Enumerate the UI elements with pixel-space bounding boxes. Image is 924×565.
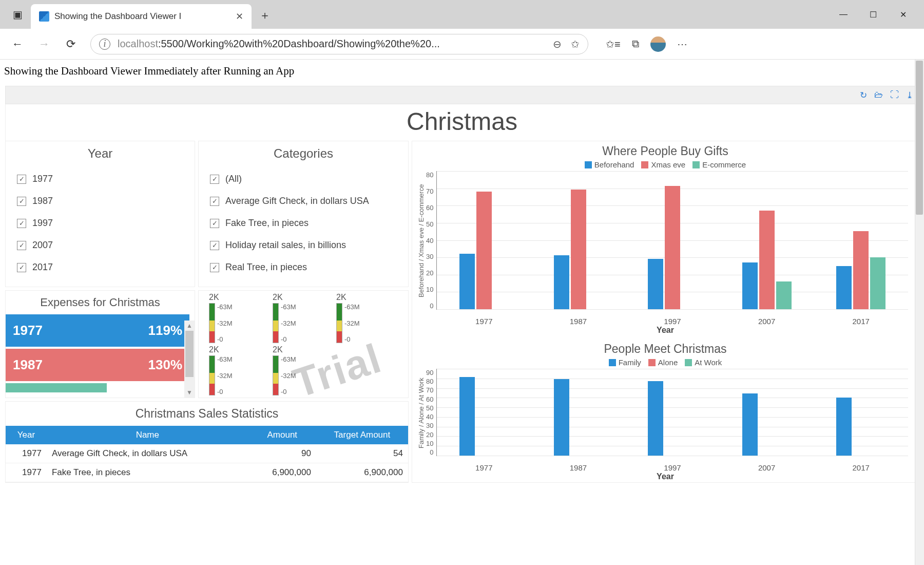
bar-Xmas eve-1997[interactable] xyxy=(665,186,680,309)
browser-tab[interactable]: Showing the Dashboard Viewer I ✕ xyxy=(31,4,252,29)
panel-toggle-icon[interactable]: ▣ xyxy=(6,3,29,26)
scroll-down-icon[interactable]: ▼ xyxy=(184,387,195,398)
legend-E-commerce[interactable]: E-commerce xyxy=(692,160,746,169)
checkbox-icon[interactable]: ✓ xyxy=(210,175,219,184)
bar-Family-1987[interactable] xyxy=(554,379,569,456)
legend-Xmas eve[interactable]: Xmas eve xyxy=(641,160,685,169)
maximize-button[interactable]: ☐ xyxy=(858,4,888,25)
back-button[interactable]: ← xyxy=(10,37,25,51)
checkbox-icon[interactable]: ✓ xyxy=(17,219,26,228)
cell-amount: 90 xyxy=(248,444,316,463)
bar-Xmas eve-1977[interactable] xyxy=(476,192,492,310)
address-bar[interactable]: i localhost:5500/Working%20with%20Dashbo… xyxy=(90,34,588,54)
bar-Xmas eve-1987[interactable] xyxy=(571,190,586,309)
checkbox-icon[interactable]: ✓ xyxy=(17,175,26,184)
tab-title: Showing the Dashboard Viewer I xyxy=(54,11,230,22)
bar-E-commerce-2007[interactable] xyxy=(776,281,792,309)
year-label: 1987 xyxy=(32,196,53,206)
minimize-button[interactable]: — xyxy=(829,4,858,25)
bar-Xmas eve-2007[interactable] xyxy=(759,211,775,309)
window-close-button[interactable]: ✕ xyxy=(888,4,918,25)
stats-header[interactable]: Target Amount xyxy=(316,426,408,444)
page-content: Showing the Dashboard Viewer Immediately… xyxy=(0,60,924,565)
refresh-button[interactable]: ⟳ xyxy=(64,37,78,51)
x-axis-title: Year xyxy=(412,472,918,481)
category-check-4[interactable]: ✓ Real Tree, in pieces xyxy=(210,256,401,278)
gauge-bar-icon xyxy=(209,355,215,396)
legend-Beforehand[interactable]: Beforehand xyxy=(585,160,634,169)
year-check-2017[interactable]: ✓ 2017 xyxy=(17,256,187,278)
x-tick: 2007 xyxy=(758,463,775,472)
bar-E-commerce-2017[interactable] xyxy=(870,257,886,309)
checkbox-icon[interactable]: ✓ xyxy=(17,263,26,272)
expense-row-partial[interactable] xyxy=(6,383,107,392)
year-check-1977[interactable]: ✓ 1977 xyxy=(17,168,187,190)
year-check-1987[interactable]: ✓ 1987 xyxy=(17,190,187,212)
x-tick: 1997 xyxy=(664,317,681,326)
table-row[interactable]: 1977 Average Gift Check, in dollars USA … xyxy=(6,444,408,463)
bar-Beforehand-2017[interactable] xyxy=(836,266,852,309)
x-tick: 2017 xyxy=(852,463,869,472)
gauge-ticks: -63M-32M-0 xyxy=(281,303,296,343)
category-check-2[interactable]: ✓ Fake Tree, in pieces xyxy=(210,212,401,234)
legend-swatch-icon xyxy=(609,359,616,366)
bar-Beforehand-1977[interactable] xyxy=(459,254,475,309)
legend-Alone[interactable]: Alone xyxy=(648,358,678,367)
checkbox-icon[interactable]: ✓ xyxy=(210,263,219,272)
year-check-1997[interactable]: ✓ 1997 xyxy=(17,212,187,234)
checkbox-icon[interactable]: ✓ xyxy=(210,197,219,206)
fullscreen-icon[interactable]: ⛶ xyxy=(890,90,899,100)
new-tab-button[interactable]: ＋ xyxy=(254,4,276,27)
stats-header[interactable]: Amount xyxy=(248,426,316,444)
forward-button[interactable]: → xyxy=(37,37,51,51)
legend-At Work[interactable]: At Work xyxy=(685,358,722,367)
category-check-3[interactable]: ✓ Holiday retail sales, in billions xyxy=(210,234,401,256)
checkbox-icon[interactable]: ✓ xyxy=(210,219,219,228)
gauge-top-label: 2K xyxy=(209,345,271,354)
open-icon[interactable]: 🗁 xyxy=(874,90,883,100)
favorites-icon[interactable]: ✩≡ xyxy=(606,38,621,50)
legend-Family[interactable]: Family xyxy=(609,358,641,367)
bar-Family-1997[interactable] xyxy=(648,381,663,456)
checkbox-icon[interactable]: ✓ xyxy=(210,241,219,250)
stats-header[interactable]: Year xyxy=(6,426,47,444)
more-icon[interactable]: ⋯ xyxy=(677,38,687,50)
bar-group-2017 xyxy=(836,398,886,456)
zoom-out-icon[interactable]: ⊖ xyxy=(553,38,562,50)
table-row[interactable]: 1977 Fake Tree, in pieces 6,900,000 6,90… xyxy=(6,463,408,482)
bar-Beforehand-2007[interactable] xyxy=(742,262,758,309)
profile-avatar[interactable] xyxy=(650,36,666,52)
expense-row-1977[interactable]: 1977 119% xyxy=(6,314,189,347)
bar-group-2007 xyxy=(742,211,792,309)
collections-icon[interactable]: ⧉ xyxy=(632,38,639,50)
page-scroll-thumb[interactable] xyxy=(916,61,923,215)
expenses-scrollbar[interactable]: ▲ ▼ xyxy=(184,321,195,398)
scroll-thumb[interactable] xyxy=(185,331,194,377)
bar-Beforehand-1987[interactable] xyxy=(554,255,569,309)
bar-Family-2017[interactable] xyxy=(836,398,852,456)
add-favorite-icon[interactable]: ✩ xyxy=(571,38,580,50)
year-filter-panel: Year ✓ 1977 ✓ 1987 ✓ 1997 ✓ 2007 ✓ 2017 xyxy=(5,141,195,287)
page-scrollbar[interactable] xyxy=(915,60,924,565)
scroll-up-icon[interactable]: ▲ xyxy=(184,321,195,331)
bar-Xmas eve-2017[interactable] xyxy=(853,231,869,309)
category-label: Holiday retail sales, in billions xyxy=(225,240,346,251)
category-check-0[interactable]: ✓ (All) xyxy=(210,168,401,190)
tab-close-icon[interactable]: ✕ xyxy=(236,11,243,22)
expense-row-1987[interactable]: 1987 130% xyxy=(6,349,189,381)
gauge-ticks: -63M-32M-0 xyxy=(344,303,360,343)
refresh-icon[interactable]: ↻ xyxy=(860,90,867,101)
category-check-1[interactable]: ✓ Average Gift Check, in dollars USA xyxy=(210,190,401,212)
checkbox-icon[interactable]: ✓ xyxy=(17,241,26,250)
stats-header[interactable]: Name xyxy=(47,426,248,444)
year-check-2007[interactable]: ✓ 2007 xyxy=(17,234,187,256)
checkbox-icon[interactable]: ✓ xyxy=(17,197,26,206)
site-info-icon[interactable]: i xyxy=(99,39,110,50)
export-icon[interactable]: ⤓ xyxy=(906,90,913,101)
bar-Family-2007[interactable] xyxy=(742,393,758,456)
expense-pct: 119% xyxy=(148,323,183,338)
bar-Family-1977[interactable] xyxy=(459,377,475,456)
tab-bar: ▣ Showing the Dashboard Viewer I ✕ ＋ — ☐… xyxy=(0,0,924,29)
y-ticks: 9080706050403020100 xyxy=(426,369,436,456)
bar-Beforehand-1997[interactable] xyxy=(648,259,663,309)
